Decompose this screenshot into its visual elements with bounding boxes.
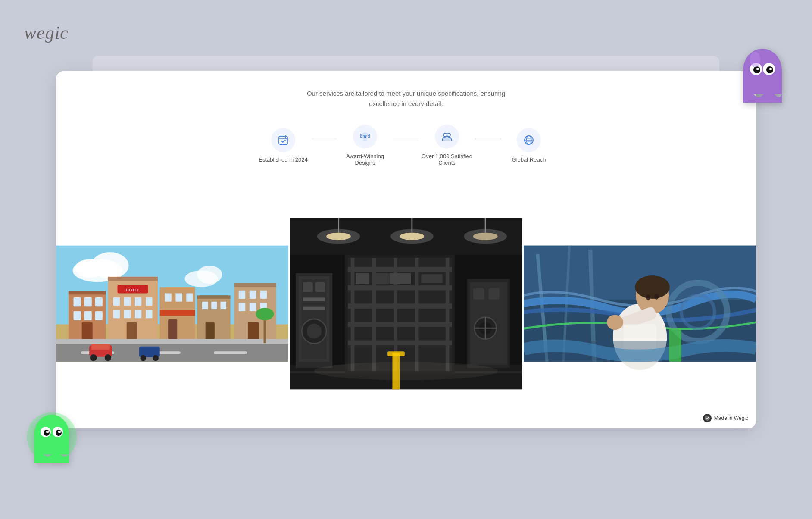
svg-rect-41 (73, 297, 81, 306)
svg-point-7 (769, 68, 772, 70)
svg-rect-125 (446, 258, 450, 371)
card-top-section: Our services are tailored to meet your u… (56, 71, 756, 179)
stat-established: Established in 2024 (255, 128, 311, 163)
stat-label-award: Award-Winning Designs (337, 153, 393, 166)
svg-rect-11 (34, 434, 69, 454)
svg-rect-75 (239, 291, 245, 299)
svg-rect-132 (473, 288, 484, 300)
svg-point-8 (750, 52, 760, 67)
svg-rect-140 (387, 351, 405, 356)
svg-point-101 (473, 233, 498, 240)
svg-rect-57 (124, 310, 131, 318)
svg-rect-83 (91, 343, 110, 350)
svg-rect-77 (260, 291, 267, 299)
svg-rect-157 (669, 328, 681, 362)
svg-rect-108 (303, 282, 313, 292)
svg-rect-76 (250, 291, 256, 299)
svg-rect-139 (393, 353, 400, 389)
svg-rect-78 (239, 303, 245, 311)
stat-connector-3 (475, 139, 501, 139)
svg-rect-54 (135, 297, 141, 306)
svg-point-88 (153, 355, 158, 361)
svg-rect-129 (421, 274, 443, 283)
svg-rect-89 (56, 339, 288, 344)
svg-rect-110 (303, 297, 325, 301)
svg-point-154 (606, 315, 623, 330)
svg-point-6 (756, 68, 759, 70)
svg-rect-120 (348, 341, 452, 345)
svg-rect-42 (84, 297, 91, 306)
svg-rect-58 (135, 310, 141, 318)
stat-clients: Over 1,000 Satisfied Clients (419, 125, 475, 166)
stat-icon-global (517, 128, 541, 152)
stat-icon-clients (435, 125, 459, 149)
svg-point-23 (447, 133, 450, 137)
svg-rect-70 (211, 302, 217, 309)
svg-rect-126 (356, 273, 369, 285)
svg-rect-111 (303, 307, 325, 311)
svg-rect-109 (315, 282, 325, 292)
wegic-logo: wegic (24, 22, 69, 43)
svg-point-152 (654, 294, 659, 299)
image-cell-town: HOTEL (56, 179, 290, 428)
svg-rect-53 (124, 297, 131, 306)
svg-rect-65 (186, 293, 193, 301)
stat-award: Award-Winning Designs (337, 125, 393, 166)
svg-point-85 (105, 354, 111, 361)
svg-rect-46 (95, 311, 103, 320)
svg-point-138 (314, 362, 498, 380)
svg-rect-59 (146, 310, 152, 318)
svg-rect-40 (69, 291, 106, 295)
svg-rect-43 (95, 297, 103, 306)
svg-rect-44 (73, 311, 81, 320)
svg-point-22 (443, 133, 447, 137)
main-card: Our services are tailored to meet your u… (56, 71, 756, 428)
stat-label-clients: Over 1,000 Satisfied Clients (419, 153, 475, 166)
stat-label-established: Established in 2024 (259, 156, 307, 163)
svg-point-32 (197, 266, 222, 284)
svg-rect-121 (351, 258, 355, 371)
svg-point-87 (141, 355, 146, 361)
svg-point-151 (646, 294, 650, 300)
svg-point-98 (400, 233, 425, 240)
stat-label-global: Global Reach (512, 156, 546, 163)
svg-rect-69 (202, 302, 208, 309)
svg-rect-49 (108, 277, 158, 281)
stats-row: Established in 2024 Award-Winning Design… (255, 125, 557, 166)
wegic-badge-icon (703, 414, 712, 422)
stat-connector-2 (393, 139, 419, 139)
stat-icon-award (353, 125, 377, 149)
stat-connector-1 (311, 139, 337, 139)
svg-rect-118 (348, 304, 452, 309)
svg-rect-127 (375, 273, 389, 285)
svg-rect-128 (390, 273, 411, 285)
svg-rect-38 (214, 351, 247, 354)
svg-text:HOTEL: HOTEL (126, 288, 140, 292)
svg-rect-18 (279, 136, 287, 144)
svg-point-16 (46, 431, 49, 433)
svg-rect-52 (113, 297, 120, 306)
svg-rect-62 (160, 310, 195, 316)
svg-rect-74 (234, 283, 276, 287)
svg-point-91 (256, 308, 274, 320)
svg-rect-81 (248, 322, 259, 341)
image-cell-factory (290, 179, 523, 428)
svg-point-113 (307, 324, 322, 338)
svg-rect-47 (82, 322, 93, 341)
svg-rect-119 (348, 322, 452, 327)
purple-ghost-decoration (739, 47, 786, 103)
svg-point-84 (90, 354, 97, 361)
svg-rect-55 (146, 297, 152, 306)
svg-point-150 (635, 275, 670, 299)
made-in-wegic-badge: Made in Wegic (703, 414, 748, 422)
made-in-wegic-label: Made in Wegic (714, 415, 748, 421)
stat-global: Global Reach (501, 128, 557, 163)
images-row: HOTEL (56, 179, 756, 428)
svg-point-17 (58, 431, 61, 433)
svg-rect-66 (168, 319, 177, 341)
svg-rect-79 (250, 303, 256, 311)
svg-rect-71 (220, 302, 226, 309)
svg-rect-117 (348, 285, 452, 290)
svg-rect-116 (348, 267, 452, 272)
svg-point-95 (326, 233, 351, 240)
